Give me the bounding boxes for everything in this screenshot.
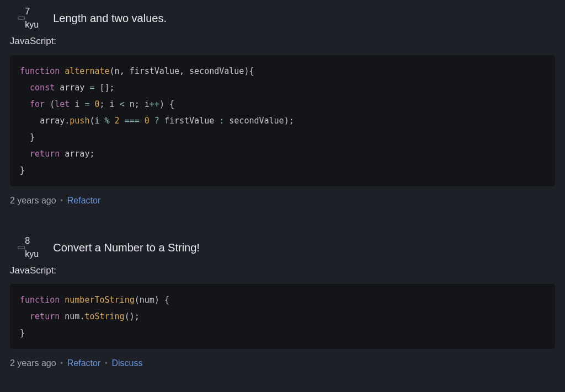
- separator-dot: •: [61, 196, 63, 206]
- kyu-badge[interactable]: 7 kyu: [10, 12, 46, 24]
- kata-entry: 7 kyu Length and two values. JavaScript:…: [10, 10, 555, 207]
- kata-header: 7 kyu Length and two values.: [10, 10, 555, 26]
- timestamp: 2 years ago: [10, 357, 56, 370]
- refactor-link[interactable]: Refactor: [67, 194, 100, 207]
- code-content: function alternate(n, firstValue, second…: [20, 63, 545, 179]
- kata-title[interactable]: Convert a Number to a String!: [53, 239, 200, 256]
- discuss-link[interactable]: Discuss: [111, 357, 142, 370]
- code-content: function numberToString(num) { return nu…: [20, 292, 545, 341]
- code-block: function alternate(n, firstValue, second…: [10, 55, 555, 186]
- kyu-label: 8 kyu: [25, 234, 39, 261]
- separator-dot: •: [105, 358, 107, 368]
- kyu-label: 7 kyu: [25, 5, 39, 31]
- entry-footer: 2 years ago • Refactor: [10, 194, 555, 207]
- refactor-link[interactable]: Refactor: [67, 357, 100, 370]
- language-label: JavaScript:: [10, 34, 555, 49]
- kata-entry: 8 kyu Convert a Number to a String! Java…: [10, 239, 555, 370]
- timestamp: 2 years ago: [10, 194, 56, 207]
- kyu-badge[interactable]: 8 kyu: [10, 241, 46, 254]
- code-block: function numberToString(num) { return nu…: [10, 284, 555, 349]
- svg-marker-1: [18, 246, 25, 249]
- kata-title[interactable]: Length and two values.: [53, 10, 167, 26]
- kata-header: 8 kyu Convert a Number to a String!: [10, 239, 555, 256]
- separator-dot: •: [61, 358, 63, 368]
- language-label: JavaScript:: [10, 264, 555, 278]
- entry-footer: 2 years ago • Refactor • Discuss: [10, 357, 555, 370]
- svg-marker-0: [18, 17, 25, 20]
